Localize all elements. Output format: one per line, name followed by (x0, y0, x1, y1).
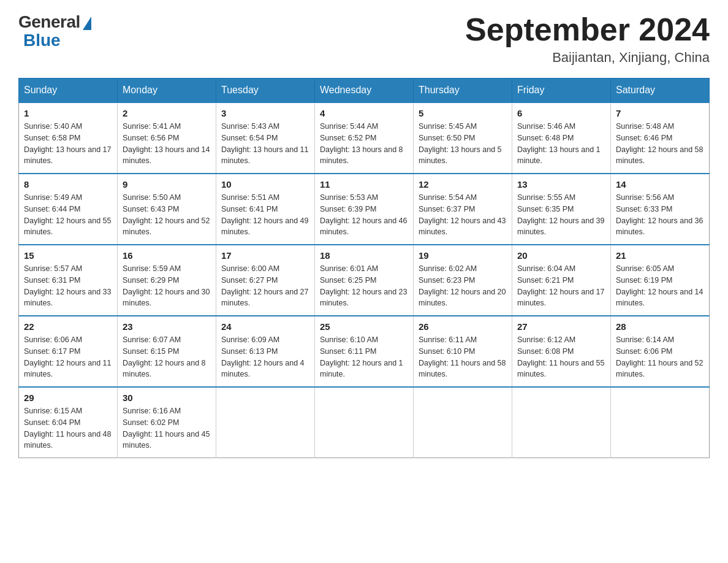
calendar-cell: 29 Sunrise: 6:15 AMSunset: 6:04 PMDaylig… (19, 387, 118, 458)
day-number: 8 (24, 179, 112, 190)
day-info: Sunrise: 5:57 AMSunset: 6:31 PMDaylight:… (24, 263, 112, 309)
calendar-cell: 18 Sunrise: 6:01 AMSunset: 6:25 PMDaylig… (315, 245, 414, 316)
title-block: September 2024 Baijiantan, Xinjiang, Chi… (465, 12, 710, 66)
calendar-cell: 10 Sunrise: 5:51 AMSunset: 6:41 PMDaylig… (216, 174, 315, 245)
weekday-header-tuesday: Tuesday (216, 79, 315, 103)
day-number: 5 (419, 108, 507, 118)
week-row-3: 15 Sunrise: 5:57 AMSunset: 6:31 PMDaylig… (19, 245, 710, 316)
calendar-cell: 20 Sunrise: 6:04 AMSunset: 6:21 PMDaylig… (512, 245, 611, 316)
day-info: Sunrise: 6:16 AMSunset: 6:02 PMDaylight:… (123, 405, 211, 451)
day-info: Sunrise: 6:14 AMSunset: 6:06 PMDaylight:… (616, 334, 704, 380)
calendar-cell: 12 Sunrise: 5:54 AMSunset: 6:37 PMDaylig… (414, 174, 512, 245)
calendar-cell (512, 387, 611, 458)
day-info: Sunrise: 6:11 AMSunset: 6:10 PMDaylight:… (419, 334, 507, 380)
day-number: 16 (123, 250, 211, 261)
week-row-2: 8 Sunrise: 5:49 AMSunset: 6:44 PMDayligh… (19, 174, 710, 245)
day-number: 30 (123, 393, 211, 403)
weekday-header-sunday: Sunday (19, 79, 118, 103)
day-info: Sunrise: 5:46 AMSunset: 6:48 PMDaylight:… (517, 121, 605, 167)
day-number: 12 (419, 179, 507, 190)
day-number: 13 (517, 179, 605, 190)
weekday-header-monday: Monday (118, 79, 216, 103)
day-info: Sunrise: 5:51 AMSunset: 6:41 PMDaylight:… (221, 192, 309, 238)
logo-general-text: General (18, 12, 80, 32)
calendar-cell: 8 Sunrise: 5:49 AMSunset: 6:44 PMDayligh… (19, 174, 118, 245)
day-info: Sunrise: 5:43 AMSunset: 6:54 PMDaylight:… (221, 121, 309, 167)
calendar-cell: 1 Sunrise: 5:40 AMSunset: 6:58 PMDayligh… (19, 102, 118, 174)
day-info: Sunrise: 6:12 AMSunset: 6:08 PMDaylight:… (517, 334, 605, 380)
day-info: Sunrise: 6:05 AMSunset: 6:19 PMDaylight:… (616, 263, 704, 309)
calendar-cell: 16 Sunrise: 5:59 AMSunset: 6:29 PMDaylig… (118, 245, 216, 316)
calendar-cell (216, 387, 315, 458)
day-info: Sunrise: 5:50 AMSunset: 6:43 PMDaylight:… (123, 192, 211, 238)
calendar-cell: 17 Sunrise: 6:00 AMSunset: 6:27 PMDaylig… (216, 245, 315, 316)
day-info: Sunrise: 6:09 AMSunset: 6:13 PMDaylight:… (221, 334, 309, 380)
day-info: Sunrise: 6:02 AMSunset: 6:23 PMDaylight:… (419, 263, 507, 309)
day-number: 24 (221, 321, 309, 332)
logo: General Blue (18, 12, 91, 50)
day-number: 7 (616, 108, 704, 118)
calendar-cell: 3 Sunrise: 5:43 AMSunset: 6:54 PMDayligh… (216, 102, 315, 174)
day-info: Sunrise: 5:53 AMSunset: 6:39 PMDaylight:… (320, 192, 408, 238)
calendar-cell: 2 Sunrise: 5:41 AMSunset: 6:56 PMDayligh… (118, 102, 216, 174)
day-number: 11 (320, 179, 408, 190)
calendar-cell: 27 Sunrise: 6:12 AMSunset: 6:08 PMDaylig… (512, 316, 611, 387)
calendar-cell: 23 Sunrise: 6:07 AMSunset: 6:15 PMDaylig… (118, 316, 216, 387)
calendar-table: SundayMondayTuesdayWednesdayThursdayFrid… (18, 78, 710, 458)
day-info: Sunrise: 6:01 AMSunset: 6:25 PMDaylight:… (320, 263, 408, 309)
calendar-cell: 28 Sunrise: 6:14 AMSunset: 6:06 PMDaylig… (611, 316, 710, 387)
page-header: General Blue September 2024 Baijiantan, … (18, 12, 710, 66)
location-subtitle: Baijiantan, Xinjiang, China (465, 50, 710, 66)
calendar-cell: 9 Sunrise: 5:50 AMSunset: 6:43 PMDayligh… (118, 174, 216, 245)
day-number: 26 (419, 321, 507, 332)
calendar-cell: 11 Sunrise: 5:53 AMSunset: 6:39 PMDaylig… (315, 174, 414, 245)
day-number: 22 (24, 321, 112, 332)
day-number: 6 (517, 108, 605, 118)
day-info: Sunrise: 6:04 AMSunset: 6:21 PMDaylight:… (517, 263, 605, 309)
calendar-cell: 25 Sunrise: 6:10 AMSunset: 6:11 PMDaylig… (315, 316, 414, 387)
day-info: Sunrise: 5:44 AMSunset: 6:52 PMDaylight:… (320, 121, 408, 167)
day-info: Sunrise: 5:49 AMSunset: 6:44 PMDaylight:… (24, 192, 112, 238)
calendar-cell: 13 Sunrise: 5:55 AMSunset: 6:35 PMDaylig… (512, 174, 611, 245)
day-number: 19 (419, 250, 507, 261)
calendar-cell (611, 387, 710, 458)
day-number: 25 (320, 321, 408, 332)
calendar-cell: 14 Sunrise: 5:56 AMSunset: 6:33 PMDaylig… (611, 174, 710, 245)
calendar-cell: 6 Sunrise: 5:46 AMSunset: 6:48 PMDayligh… (512, 102, 611, 174)
week-row-1: 1 Sunrise: 5:40 AMSunset: 6:58 PMDayligh… (19, 102, 710, 174)
day-info: Sunrise: 5:56 AMSunset: 6:33 PMDaylight:… (616, 192, 704, 238)
day-info: Sunrise: 6:07 AMSunset: 6:15 PMDaylight:… (123, 334, 211, 380)
calendar-cell: 5 Sunrise: 5:45 AMSunset: 6:50 PMDayligh… (414, 102, 512, 174)
day-info: Sunrise: 5:54 AMSunset: 6:37 PMDaylight:… (419, 192, 507, 238)
day-number: 29 (24, 393, 112, 403)
day-number: 20 (517, 250, 605, 261)
weekday-header-saturday: Saturday (611, 79, 710, 103)
day-info: Sunrise: 5:55 AMSunset: 6:35 PMDaylight:… (517, 192, 605, 238)
day-info: Sunrise: 6:00 AMSunset: 6:27 PMDaylight:… (221, 263, 309, 309)
day-number: 17 (221, 250, 309, 261)
calendar-cell: 7 Sunrise: 5:48 AMSunset: 6:46 PMDayligh… (611, 102, 710, 174)
weekday-header-wednesday: Wednesday (315, 79, 414, 103)
day-number: 23 (123, 321, 211, 332)
weekday-header-friday: Friday (512, 79, 611, 103)
calendar-cell (315, 387, 414, 458)
day-number: 21 (616, 250, 704, 261)
day-info: Sunrise: 5:40 AMSunset: 6:58 PMDaylight:… (24, 121, 112, 167)
logo-blue-text: Blue (23, 31, 61, 50)
weekday-header-thursday: Thursday (414, 79, 512, 103)
day-number: 2 (123, 108, 211, 118)
calendar-cell: 21 Sunrise: 6:05 AMSunset: 6:19 PMDaylig… (611, 245, 710, 316)
day-info: Sunrise: 6:15 AMSunset: 6:04 PMDaylight:… (24, 405, 112, 451)
calendar-cell: 4 Sunrise: 5:44 AMSunset: 6:52 PMDayligh… (315, 102, 414, 174)
day-number: 4 (320, 108, 408, 118)
day-number: 1 (24, 108, 112, 118)
day-number: 9 (123, 179, 211, 190)
calendar-cell: 22 Sunrise: 6:06 AMSunset: 6:17 PMDaylig… (19, 316, 118, 387)
day-number: 18 (320, 250, 408, 261)
week-row-4: 22 Sunrise: 6:06 AMSunset: 6:17 PMDaylig… (19, 316, 710, 387)
month-year-title: September 2024 (465, 12, 710, 47)
calendar-cell: 30 Sunrise: 6:16 AMSunset: 6:02 PMDaylig… (118, 387, 216, 458)
calendar-cell: 24 Sunrise: 6:09 AMSunset: 6:13 PMDaylig… (216, 316, 315, 387)
weekday-header-row: SundayMondayTuesdayWednesdayThursdayFrid… (19, 79, 710, 103)
day-number: 27 (517, 321, 605, 332)
